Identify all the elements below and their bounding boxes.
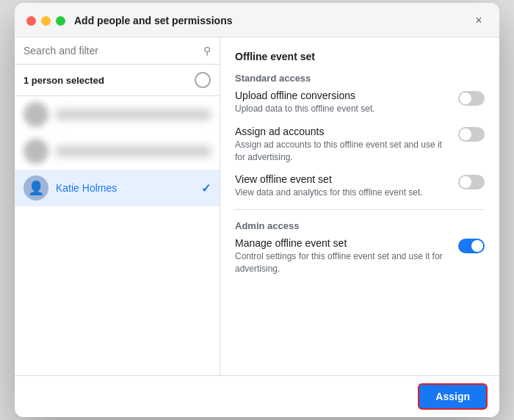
title-bar: Add people and set permissions × [15,3,499,37]
person-name: Katie Holmes [56,182,194,194]
traffic-light-yellow[interactable] [41,16,51,26]
permission-text: Assign ad accounts Assign ad accounts to… [235,126,451,164]
permission-desc: View data and analytics for this offline… [235,187,451,199]
toggle-manage[interactable] [458,239,485,253]
dialog-window: Add people and set permissions × ⚲ 1 per… [15,3,499,417]
person-icon: 👤 [28,180,44,196]
standard-access-label: Standard access [235,73,485,84]
permission-desc: Assign ad accounts to this offline event… [235,139,451,164]
selected-row: 1 person selected [15,65,220,96]
toggle-view[interactable] [458,175,485,189]
permission-text: Upload offline conversions Upload data t… [235,90,451,115]
permission-row-upload: Upload offline conversions Upload data t… [235,90,485,115]
permission-name: Upload offline conversions [235,90,451,101]
search-icon: ⚲ [203,45,211,57]
selected-count-label: 1 person selected [23,75,104,86]
assign-button[interactable]: Assign [418,383,488,410]
avatar: 👤 [23,175,48,200]
permission-text: View offline event set View data and ana… [235,173,451,199]
person-name [56,146,211,156]
window-wrapper: Add people and set permissions × ⚲ 1 per… [0,0,514,420]
left-panel: ⚲ 1 person selected [15,37,220,375]
avatar [23,139,48,164]
permission-desc: Control settings for this offline event … [235,250,451,275]
people-list: 👤 Katie Holmes ✓ [15,96,220,375]
permission-desc: Upload data to this offline event set. [235,103,451,115]
search-box: ⚲ [15,37,220,65]
search-input[interactable] [23,45,198,57]
list-item[interactable] [15,133,220,170]
traffic-light-red[interactable] [26,16,36,26]
permission-name: View offline event set [235,173,451,185]
permission-name: Manage offline event set [235,237,451,249]
list-item[interactable] [15,96,220,133]
divider [235,209,485,210]
dialog-body: ⚲ 1 person selected [15,37,499,375]
toggle-assign-ad[interactable] [458,127,485,142]
toggle-upload[interactable] [458,91,485,106]
dialog-title: Add people and set permissions [74,15,470,26]
avatar [23,102,48,127]
permission-row-manage: Manage offline event set Control setting… [235,237,485,275]
list-item-katie-holmes[interactable]: 👤 Katie Holmes ✓ [15,170,220,206]
traffic-lights [26,16,65,26]
close-button[interactable]: × [470,12,488,29]
permission-row-assign-ad: Assign ad accounts Assign ad accounts to… [235,126,485,164]
permission-text: Manage offline event set Control setting… [235,237,451,275]
deselect-button[interactable] [195,72,211,88]
admin-access-label: Admin access [235,220,485,231]
permission-name: Assign ad accounts [235,126,451,137]
section-title: Offline event set [235,51,485,62]
dialog-footer: Assign [15,375,499,417]
checkmark-icon: ✓ [201,181,211,195]
right-panel: Offline event set Standard access Upload… [220,37,499,375]
person-name [56,109,211,120]
traffic-light-green[interactable] [56,16,65,26]
permission-row-view: View offline event set View data and ana… [235,173,485,199]
